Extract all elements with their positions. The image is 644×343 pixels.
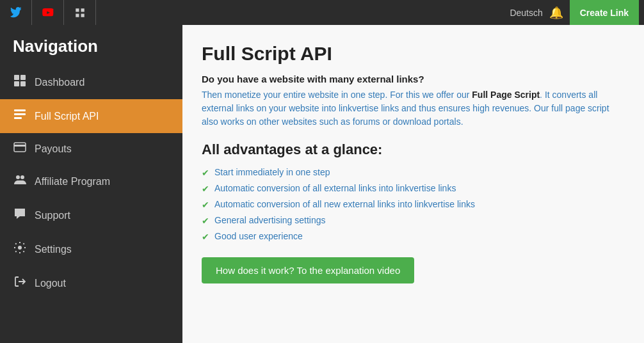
list-item: ✔ Automatic conversion of all new extern…: [202, 199, 625, 210]
payouts-label: Payouts: [35, 143, 72, 155]
svg-rect-3: [81, 13, 84, 17]
settings-icon: [13, 241, 27, 257]
page-title: Full Script API: [202, 43, 625, 65]
svg-rect-0: [76, 8, 79, 12]
support-icon: [13, 207, 27, 223]
list-item: ✔ Start immediately in one step: [202, 167, 625, 178]
sidebar-item-dashboard[interactable]: Dashboard: [0, 65, 182, 99]
advantage-text: Start immediately in one step: [214, 167, 330, 177]
advantage-text: General advertising settings: [214, 215, 326, 225]
svg-rect-11: [14, 143, 26, 152]
logout-icon: [13, 275, 27, 291]
dashboard-label: Dashboard: [35, 77, 85, 88]
payouts-icon: [13, 142, 27, 156]
affiliate-label: Affiliate Program: [35, 176, 110, 187]
dashboard-icon: [13, 74, 27, 90]
list-item: ✔ General advertising settings: [202, 215, 625, 226]
affiliate-icon: [13, 173, 27, 189]
advantage-text: Automatic conversion of all external lin…: [214, 183, 456, 193]
check-icon: ✔: [202, 168, 209, 178]
notification-bell-icon[interactable]: 🔔: [549, 6, 563, 20]
advantages-title: All advantages at a glance:: [202, 141, 625, 158]
advantages-list: ✔ Start immediately in one step ✔ Automa…: [202, 167, 625, 242]
sidebar-title: Navigation: [0, 25, 182, 65]
sidebar-item-payouts[interactable]: Payouts: [0, 133, 182, 164]
youtube-icon[interactable]: [32, 0, 64, 25]
check-icon: ✔: [202, 216, 209, 226]
sidebar-item-full-script-api[interactable]: Full Script API: [0, 99, 182, 133]
topbar-right: Deutsch 🔔 Create Link: [510, 0, 644, 25]
main-layout: Navigation Dashboard Full Script API Pay…: [0, 25, 644, 343]
svg-rect-4: [14, 75, 19, 80]
list-item: ✔ Automatic conversion of all external l…: [202, 183, 625, 194]
content-subtitle: Do you have a website with many external…: [202, 74, 625, 84]
sidebar: Navigation Dashboard Full Script API Pay…: [0, 25, 182, 343]
sidebar-item-settings[interactable]: Settings: [0, 232, 182, 266]
advantage-text: Automatic conversion of all new external…: [214, 199, 475, 209]
language-selector[interactable]: Deutsch: [510, 8, 542, 18]
svg-point-13: [16, 175, 20, 179]
check-icon: ✔: [202, 200, 209, 210]
grid-icon[interactable]: [64, 0, 96, 25]
desc-plain: Then monetize your entire website in one…: [202, 90, 472, 100]
sidebar-item-affiliate-program[interactable]: Affiliate Program: [0, 164, 182, 198]
logout-label: Logout: [35, 278, 66, 289]
advantage-text: Good user experience: [214, 231, 303, 241]
social-icons: [0, 0, 96, 25]
svg-point-14: [20, 175, 24, 179]
svg-rect-6: [14, 81, 19, 86]
check-icon: ✔: [202, 232, 209, 242]
svg-rect-12: [14, 145, 26, 147]
svg-rect-7: [20, 81, 26, 86]
topbar: Deutsch 🔔 Create Link: [0, 0, 644, 25]
full-script-icon: [13, 108, 27, 124]
svg-point-16: [18, 246, 22, 250]
main-content: Full Script API Do you have a website wi…: [182, 25, 644, 343]
check-icon: ✔: [202, 184, 209, 194]
svg-rect-5: [20, 75, 26, 80]
desc-bold: Full Page Script: [472, 90, 540, 100]
twitter-icon[interactable]: [0, 0, 32, 25]
svg-rect-2: [76, 13, 79, 17]
svg-rect-1: [81, 8, 84, 12]
svg-rect-8: [14, 109, 26, 111]
sidebar-item-support[interactable]: Support: [0, 198, 182, 232]
list-item: ✔ Good user experience: [202, 231, 625, 242]
video-button[interactable]: How does it work? To the explanation vid…: [202, 257, 414, 283]
create-link-button[interactable]: Create Link: [570, 0, 639, 25]
settings-label: Settings: [35, 244, 72, 255]
sidebar-item-logout[interactable]: Logout: [0, 266, 182, 300]
svg-marker-15: [15, 209, 25, 219]
content-description: Then monetize your entire website in one…: [202, 88, 625, 129]
svg-rect-9: [14, 113, 26, 115]
svg-rect-10: [14, 117, 22, 119]
support-label: Support: [35, 210, 70, 221]
full-script-label: Full Script API: [35, 111, 99, 122]
